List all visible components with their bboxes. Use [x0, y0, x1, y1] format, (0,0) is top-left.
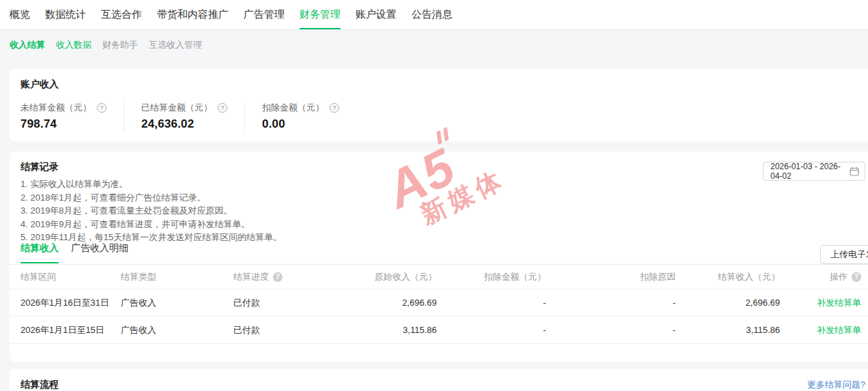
question-icon[interactable]: ?	[852, 272, 861, 282]
stat-unsettled: 未结算金额（元） ? 798.74	[20, 102, 124, 131]
calendar-icon	[850, 166, 859, 176]
nav-item-finance-management[interactable]: 财务管理	[300, 0, 341, 29]
cell-deduction: -	[437, 325, 546, 335]
note-line: 1. 实际收入以结算单为准。	[20, 177, 282, 191]
records-tabs: 结算收入 广告收入明细	[20, 242, 128, 263]
settlement-records-card: 结算记录 2026-01-03 - 2026-04-02 1. 实际收入以结算单…	[10, 151, 868, 362]
cell-type: 广告收入	[121, 324, 233, 336]
question-icon[interactable]: ?	[273, 272, 283, 282]
stat-deducted-value: 0.00	[262, 117, 339, 131]
header-settlement-progress-label: 结算进度	[233, 271, 269, 283]
cell-reason: -	[546, 298, 676, 308]
nav-item-announcements[interactable]: 公告消息	[411, 0, 452, 29]
cell-progress: 已付款	[233, 324, 362, 336]
question-icon[interactable]: ?	[330, 103, 339, 113]
upload-invoice-button[interactable]: 上传电子发票	[820, 245, 868, 264]
header-deduction-amount: 扣除金额（元）	[437, 271, 546, 283]
account-income-stats: 未结算金额（元） ? 798.74 已结算金额（元） ? 24,636.02 扣…	[20, 102, 356, 131]
cell-original: 3,115.86	[362, 325, 437, 335]
table-row: 2026年1月16日至31日 广告收入 已付款 2,696.69 - - 2,6…	[10, 289, 868, 317]
stat-settled-value: 24,636.02	[141, 117, 227, 131]
cell-deduction: -	[437, 298, 546, 308]
nav-item-overview[interactable]: 概览	[10, 0, 30, 29]
account-income-title: 账户收入	[20, 78, 59, 91]
reissue-statement-link[interactable]: 补发结算单	[817, 298, 861, 308]
cell-period: 2026年1月1日至15日	[20, 324, 121, 336]
tab-ad-income-detail[interactable]: 广告收入明细	[71, 242, 128, 263]
stat-settled-label: 已结算金额（元）	[141, 102, 212, 114]
more-settlement-questions-link[interactable]: 更多结算问题?	[807, 379, 865, 391]
stat-deducted: 扣除金额（元） ? 0.00	[244, 102, 356, 131]
nav-item-account-settings[interactable]: 账户设置	[356, 0, 396, 29]
stat-unsettled-value: 798.74	[20, 117, 106, 131]
account-income-card: 账户收入 未结算金额（元） ? 798.74 已结算金额（元） ? 24,636…	[10, 69, 868, 141]
table-header-row: 结算区间 结算类型 结算进度 ? 原始收入（元） 扣除金额（元） 扣除原因 结算…	[10, 265, 868, 289]
stat-settled: 已结算金额（元） ? 24,636.02	[124, 102, 244, 131]
header-settlement-period: 结算区间	[20, 271, 121, 283]
settlement-records-title: 结算记录	[20, 161, 59, 173]
header-settlement-progress: 结算进度 ?	[233, 271, 362, 283]
stat-deducted-label: 扣除金额（元）	[262, 102, 324, 114]
header-settled-income: 结算收入（元）	[676, 271, 780, 283]
date-range-picker[interactable]: 2026-01-03 - 2026-04-02	[763, 162, 865, 181]
settlement-flow-card: 结算流程 更多结算问题?	[10, 369, 868, 391]
nav-item-data-stats[interactable]: 数据统计	[45, 0, 86, 29]
cell-settled: 2,696.69	[676, 298, 780, 308]
note-line: 4. 2019年9月起，可查看结算进度，并可申请补发结算单。	[20, 218, 282, 231]
settlement-notes: 1. 实际收入以结算单为准。 2. 2018年1月起，可查看细分广告位结算记录。…	[20, 177, 282, 244]
cell-period: 2026年1月16日至31日	[20, 297, 121, 309]
header-deduction-reason: 扣除原因	[546, 271, 676, 283]
finance-management-page: 概览 数据统计 互选合作 带货和内容推广 广告管理 财务管理 账户设置 公告消息…	[0, 0, 868, 391]
finance-subnav: 收入结算 收入数据 财务助手 互选收入管理	[10, 39, 202, 51]
nav-item-ad-management[interactable]: 广告管理	[244, 0, 285, 29]
subnav-item-income-settlement[interactable]: 收入结算	[10, 39, 45, 51]
note-line: 3. 2019年8月起，可查看流量主处罚金额及对应原因。	[20, 204, 282, 218]
subnav-item-income-data[interactable]: 收入数据	[56, 39, 91, 51]
header-original-income: 原始收入（元）	[362, 271, 437, 283]
nav-item-goods-content-promotion[interactable]: 带货和内容推广	[157, 0, 229, 29]
cell-original: 2,696.69	[362, 298, 437, 308]
question-icon[interactable]: ?	[218, 103, 227, 113]
reissue-statement-link[interactable]: 补发结算单	[817, 325, 861, 335]
subnav-item-finance-assistant[interactable]: 财务助手	[102, 39, 138, 51]
settlement-flow-title: 结算流程	[20, 379, 59, 391]
note-line: 2. 2018年1月起，可查看细分广告位结算记录。	[20, 191, 282, 205]
header-action-label: 操作	[830, 271, 848, 283]
date-range-value: 2026-01-03 - 2026-04-02	[770, 162, 850, 181]
top-nav: 概览 数据统计 互选合作 带货和内容推广 广告管理 财务管理 账户设置 公告消息	[0, 0, 868, 30]
question-icon[interactable]: ?	[97, 103, 106, 113]
cell-reason: -	[546, 325, 676, 335]
subnav-item-mutual-income-management[interactable]: 互选收入管理	[149, 39, 202, 51]
tab-settlement-income[interactable]: 结算收入	[20, 242, 59, 263]
header-action: 操作 ?	[780, 271, 868, 283]
table-row: 2026年1月1日至15日 广告收入 已付款 3,115.86 - - 3,11…	[10, 317, 868, 344]
header-settlement-type: 结算类型	[121, 271, 233, 283]
cell-settled: 3,115.86	[676, 325, 780, 335]
cell-type: 广告收入	[121, 297, 233, 309]
nav-item-mutual-select-cooperation[interactable]: 互选合作	[101, 0, 142, 29]
stat-unsettled-label: 未结算金额（元）	[20, 102, 91, 114]
cell-progress: 已付款	[233, 297, 362, 309]
